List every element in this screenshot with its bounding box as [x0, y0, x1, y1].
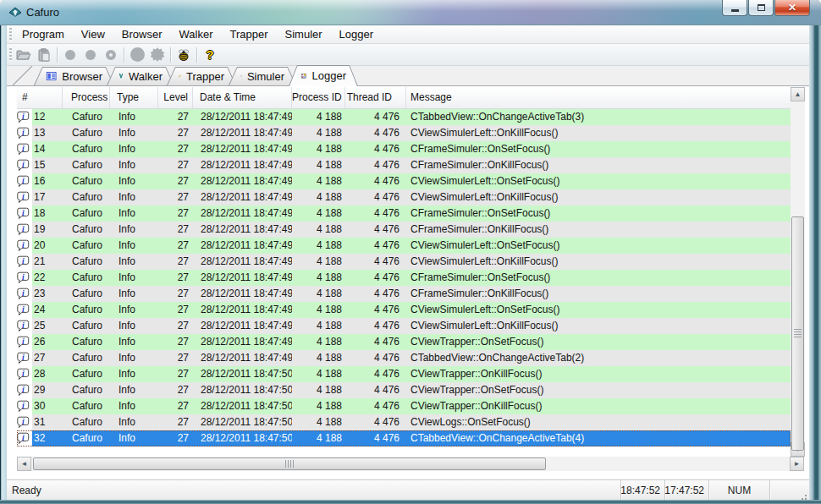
toolbar-circle-button-3[interactable] [101, 46, 121, 64]
app-window: Cafuro ✕ Program View Browser Walker Tra… [0, 0, 821, 504]
column-header-process-id[interactable]: Process ID [292, 87, 345, 108]
row-stripe: 21 Cafuro Info 27 28/12/2011 18:47:49 4 … [32, 254, 791, 270]
maximize-button[interactable] [748, 0, 774, 16]
menu-item-view[interactable]: View [73, 25, 113, 43]
paste-button[interactable] [34, 46, 54, 64]
cell-thread-id: 4 476 [345, 254, 406, 270]
table-row[interactable]: i 22 Cafuro Info 27 28/12/2011 18:47:49 … [17, 270, 791, 286]
tab-browser[interactable]: Browser [34, 67, 114, 85]
vertical-scrollbar[interactable]: ▲ ▼ [791, 87, 805, 457]
toolbar-circle-button-2[interactable] [80, 46, 101, 64]
tab-walker[interactable]: Walker [107, 67, 174, 85]
toolbar-gripper[interactable] [9, 48, 12, 61]
table-row[interactable]: i 20 Cafuro Info 27 28/12/2011 18:47:49 … [17, 238, 791, 254]
table-row[interactable]: i 13 Cafuro Info 27 28/12/2011 18:47:49 … [17, 125, 791, 141]
bee-button[interactable] [174, 46, 194, 64]
menu-item-simuler[interactable]: Simuler [277, 25, 331, 43]
cell-process-id: 4 188 [292, 414, 345, 430]
info-icon: i [17, 222, 32, 238]
cell-type: Info [110, 286, 158, 302]
menu-item-walker[interactable]: Walker [171, 25, 222, 43]
table-row[interactable]: i 30 Cafuro Info 27 28/12/2011 18:47:50 … [17, 398, 791, 414]
cell-level: 27 [158, 222, 193, 238]
title-bar[interactable]: Cafuro ✕ [0, 0, 821, 25]
tab-trapper[interactable]: Trapper [167, 67, 236, 85]
toolbar-large-circle-button-1[interactable] [127, 46, 147, 64]
vertical-scroll-track[interactable] [791, 101, 805, 442]
cell-process: Cafuro [63, 366, 110, 382]
scroll-left-button[interactable]: ◄ [17, 457, 31, 471]
menu-item-program[interactable]: Program [14, 25, 73, 43]
toolbar-large-circle-button-2[interactable] [147, 46, 168, 64]
open-button[interactable] [14, 46, 34, 64]
cell-number: 32 [32, 430, 63, 446]
column-header-level[interactable]: Level [158, 87, 193, 108]
cell-process-id: 4 188 [292, 238, 345, 254]
horizontal-scroll-thumb[interactable] [33, 457, 546, 470]
table-row[interactable]: i 12 Cafuro Info 27 28/12/2011 18:47:49 … [17, 109, 791, 125]
row-stripe: 25 Cafuro Info 27 28/12/2011 18:47:49 4 … [32, 318, 791, 334]
svg-text:i: i [22, 434, 25, 442]
cell-process: Cafuro [63, 189, 110, 205]
cell-thread-id: 4 476 [345, 350, 406, 366]
menu-item-browser[interactable]: Browser [113, 25, 171, 43]
info-icon: i [17, 366, 32, 382]
cell-message: CViewSimulerLeft::OnSetFocus() [406, 238, 791, 254]
table-row[interactable]: i 26 Cafuro Info 27 28/12/2011 18:47:49 … [17, 334, 791, 350]
table-row[interactable]: i 17 Cafuro Info 27 28/12/2011 18:47:49 … [17, 189, 791, 205]
table-row[interactable]: i 16 Cafuro Info 27 28/12/2011 18:47:49 … [17, 173, 791, 189]
table-row[interactable]: i 28 Cafuro Info 27 28/12/2011 18:47:50 … [17, 366, 791, 382]
table-row[interactable]: i 27 Cafuro Info 27 28/12/2011 18:47:49 … [17, 350, 791, 366]
horizontal-scroll-track[interactable] [31, 457, 790, 471]
cell-number: 23 [32, 286, 63, 302]
table-row[interactable]: i 19 Cafuro Info 27 28/12/2011 18:47:49 … [17, 222, 791, 238]
row-stripe: 29 Cafuro Info 27 28/12/2011 18:47:50 4 … [32, 382, 791, 398]
table-row[interactable]: i 15 Cafuro Info 27 28/12/2011 18:47:49 … [17, 157, 791, 173]
table-row[interactable]: i 31 Cafuro Info 27 28/12/2011 18:47:50 … [17, 414, 791, 430]
table-row[interactable]: i 29 Cafuro Info 27 28/12/2011 18:47:50 … [17, 382, 791, 398]
table-row[interactable]: i 24 Cafuro Info 27 28/12/2011 18:47:49 … [17, 302, 791, 318]
help-button[interactable]: ? [200, 46, 220, 64]
row-stripe: 23 Cafuro Info 27 28/12/2011 18:47:49 4 … [32, 286, 791, 302]
info-icon: i [17, 350, 32, 366]
resize-grip[interactable] [797, 480, 809, 500]
tab-logger[interactable]: Logger [289, 65, 358, 86]
cell-process-id: 4 188 [292, 125, 345, 141]
window-frame-left [0, 25, 7, 504]
table-row[interactable]: i 25 Cafuro Info 27 28/12/2011 18:47:49 … [17, 318, 791, 334]
scroll-right-button[interactable]: ► [790, 457, 804, 471]
table-row[interactable]: i 21 Cafuro Info 27 28/12/2011 18:47:49 … [17, 254, 791, 270]
toolbar-circle-button-1[interactable] [60, 46, 80, 64]
svg-text:i: i [22, 273, 25, 282]
column-header-datetime[interactable]: Date & Time [193, 87, 292, 108]
tab-simuler[interactable]: Simuler [229, 67, 296, 85]
vertical-scroll-thumb[interactable] [791, 216, 804, 451]
cell-number: 29 [32, 382, 63, 398]
table-row[interactable]: i 23 Cafuro Info 27 28/12/2011 18:47:49 … [17, 286, 791, 302]
column-header-type[interactable]: Type [110, 87, 158, 108]
table-row[interactable]: i 18 Cafuro Info 27 28/12/2011 18:47:49 … [17, 205, 791, 222]
column-header-number[interactable]: # [17, 87, 63, 108]
scroll-up-button[interactable]: ▲ [791, 87, 805, 101]
cell-type: Info [110, 382, 158, 398]
column-header-message[interactable]: Message [406, 87, 791, 108]
svg-text:i: i [22, 112, 25, 121]
close-button[interactable]: ✕ [774, 0, 810, 16]
cell-process: Cafuro [63, 254, 110, 270]
cell-number: 13 [32, 125, 63, 141]
column-header-process[interactable]: Process [63, 87, 110, 108]
table-row[interactable]: i 14 Cafuro Info 27 28/12/2011 18:47:49 … [17, 141, 791, 157]
cell-message: CViewSimulerLeft::OnSetFocus() [406, 302, 791, 318]
menu-item-trapper[interactable]: Trapper [221, 25, 276, 43]
column-header-thread-id[interactable]: Thread ID [345, 87, 406, 108]
cell-process: Cafuro [63, 125, 110, 141]
minimize-button[interactable] [722, 0, 747, 16]
cell-thread-id: 4 476 [345, 302, 406, 318]
cell-process-id: 4 188 [292, 189, 345, 205]
menu-item-logger[interactable]: Logger [331, 25, 382, 43]
menubar-gripper[interactable] [9, 28, 12, 41]
horizontal-scrollbar[interactable]: ◄ ► [17, 457, 804, 471]
info-icon: i [17, 414, 32, 430]
app-icon[interactable] [8, 6, 22, 19]
table-row[interactable]: i 32 Cafuro Info 27 28/12/2011 18:47:50 … [17, 430, 791, 446]
